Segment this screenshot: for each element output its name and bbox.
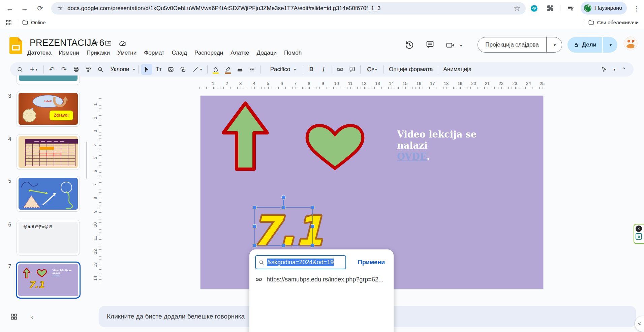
zoom-in-icon[interactable] xyxy=(95,64,106,75)
cloud-saved-icon[interactable] xyxy=(119,39,127,48)
resize-handle-nw[interactable] xyxy=(253,206,256,209)
present-button[interactable]: Пројекција слајдова xyxy=(478,41,546,48)
slide-thumbnail-4[interactable]: 1234567 xyxy=(17,134,80,170)
forward-icon[interactable]: → xyxy=(19,3,30,14)
version-history-icon[interactable] xyxy=(404,40,415,50)
menu-bar: ДатотекаИзмениПрикажиУметниФорматСлајдРа… xyxy=(24,48,305,58)
replace-text-style-dropdown[interactable]: CP▾ xyxy=(363,64,381,75)
slide-thumbnail-6[interactable]: 😎♞♜∈∉π😉♬ xyxy=(17,220,80,255)
filmstrip-scrollbar[interactable] xyxy=(86,142,87,179)
bold-button[interactable]: B xyxy=(306,64,317,75)
add-comment-icon[interactable] xyxy=(346,64,358,75)
slide-hyperlink[interactable]: OVDE xyxy=(397,151,427,162)
up-arrow-shape[interactable] xyxy=(221,100,270,172)
back-icon[interactable]: ← xyxy=(4,3,16,14)
insert-image-icon[interactable] xyxy=(165,64,177,75)
link-search-input[interactable]: &skgodina=2024&od=19 xyxy=(255,255,346,269)
menu-item[interactable]: Датотека xyxy=(24,48,55,58)
laser-pointer-icon[interactable] xyxy=(599,64,610,75)
insert-line-icon[interactable]: ▾ xyxy=(189,64,205,75)
move-folder-icon[interactable] xyxy=(104,39,112,47)
search-tools-icon[interactable] xyxy=(14,64,26,75)
chrome-menu-icon[interactable]: ⋮ xyxy=(631,3,642,14)
text-box-tool[interactable]: Тт xyxy=(153,64,164,75)
grid-view-icon[interactable] xyxy=(10,313,18,320)
redo-icon[interactable]: ↷ xyxy=(58,64,70,75)
paint-format-icon[interactable] xyxy=(83,64,94,75)
border-weight-icon[interactable] xyxy=(234,64,246,75)
menu-item[interactable]: Распореди xyxy=(191,48,227,58)
resize-handle-e[interactable] xyxy=(311,224,314,228)
media-controls-icon[interactable] xyxy=(567,4,575,12)
apply-button[interactable]: Примени xyxy=(358,259,385,266)
reload-icon[interactable]: ⟳ xyxy=(34,3,46,14)
slide-thumbnail-5[interactable] xyxy=(17,176,80,212)
suggested-link-url[interactable]: https://samubps.edu.rs/index.php?grp=62.… xyxy=(267,276,384,283)
url-text[interactable]: docs.google.com/presentation/d/1kQu5v0Oe… xyxy=(67,5,510,12)
site-settings-icon[interactable] xyxy=(57,5,63,12)
animate-button[interactable]: Анимација xyxy=(440,64,474,75)
resize-handle-sw[interactable] xyxy=(253,244,256,247)
menu-item[interactable]: Помоћ xyxy=(280,48,305,58)
extension-badge-icon[interactable] xyxy=(530,4,539,13)
avatar[interactable] xyxy=(623,36,638,52)
menu-item[interactable]: Алатке xyxy=(227,48,253,58)
format-options-button[interactable]: Опције формата xyxy=(386,64,435,75)
bookmark-star-icon[interactable]: ☆ xyxy=(514,5,520,12)
comments-icon[interactable] xyxy=(425,40,435,49)
slides-logo[interactable] xyxy=(9,37,22,55)
resize-handle-ne[interactable] xyxy=(311,206,314,209)
share-options-caret[interactable]: ▾ xyxy=(603,37,617,53)
rotation-handle[interactable] xyxy=(281,195,286,200)
collapse-toolbar-icon[interactable]: ⌃ xyxy=(618,64,630,75)
all-bookmarks-button[interactable]: Сви обележивачи xyxy=(597,20,639,25)
menu-item[interactable]: Формат xyxy=(140,48,168,58)
slide-text-period: . xyxy=(427,151,430,162)
bookmark-folder-online[interactable]: Online xyxy=(31,20,45,25)
link-search-value[interactable]: &skgodina=2024&od=19 xyxy=(267,259,334,266)
resize-handle-n[interactable] xyxy=(282,206,285,209)
collapse-filmstrip-icon[interactable]: ‹ xyxy=(31,313,33,321)
zoom-fit-dropdown[interactable]: Уклопи▾ xyxy=(107,64,136,75)
menu-item[interactable]: Измени xyxy=(55,48,83,58)
menu-item[interactable]: Додаци xyxy=(253,48,280,58)
slide-thumbnail-2-partial[interactable] xyxy=(17,76,80,85)
resize-handle-se[interactable] xyxy=(311,244,314,247)
print-icon[interactable] xyxy=(70,64,82,75)
extension-widget[interactable]: ✕ e xyxy=(634,224,644,244)
extensions-puzzle-icon[interactable] xyxy=(546,4,554,12)
pointer-mode-caret[interactable]: ▾ xyxy=(611,64,617,75)
apps-grid-icon[interactable] xyxy=(5,19,12,26)
heart-shape[interactable] xyxy=(301,122,369,173)
resize-handle-s[interactable] xyxy=(282,244,285,247)
selection-box[interactable] xyxy=(254,207,313,246)
insert-link-icon[interactable] xyxy=(334,64,346,75)
menu-item[interactable]: Слајд xyxy=(168,48,191,58)
collapse-panel-button[interactable]: < xyxy=(635,316,644,332)
menu-item[interactable]: Прикажи xyxy=(83,48,114,58)
border-color-icon[interactable] xyxy=(222,64,234,75)
slide-thumbnail-7-selected[interactable]: Video lekcija se nalazi OVDE. 7.1 xyxy=(16,262,81,299)
extension-paused-pill[interactable]: Паузирано xyxy=(581,2,627,14)
fill-color-icon[interactable] xyxy=(210,64,221,75)
italic-button[interactable]: I xyxy=(318,64,329,75)
present-options-caret[interactable]: ▾ xyxy=(548,42,562,48)
new-slide-button[interactable]: +▾ xyxy=(26,64,41,75)
undo-icon[interactable]: ↶ xyxy=(46,64,58,75)
slide-text-box[interactable]: Video lekcija se nalazi OVDE. xyxy=(397,129,508,162)
select-tool-icon[interactable] xyxy=(141,64,152,75)
menu-item[interactable]: Уметни xyxy=(114,48,140,58)
insert-shape-icon[interactable] xyxy=(177,64,189,75)
meet-camera-icon[interactable] xyxy=(446,40,455,50)
address-bar[interactable]: docs.google.com/presentation/d/1kQu5v0Oe… xyxy=(51,2,526,14)
slide-thumbnail-3[interactable]: 2+2=5! Zdravo! xyxy=(17,91,80,127)
widget-e-icon[interactable]: e xyxy=(636,233,642,240)
link-suggestion-row[interactable]: https://samubps.edu.rs/index.php?grp=62.… xyxy=(255,276,384,283)
resize-handle-w[interactable] xyxy=(253,224,256,228)
widget-close-icon[interactable]: ✕ xyxy=(636,225,642,232)
meet-caret-icon[interactable]: ▾ xyxy=(460,43,462,48)
share-button[interactable]: Дели xyxy=(568,37,602,53)
font-family-dropdown[interactable]: Pacifico▾ xyxy=(263,64,301,75)
star-document-icon[interactable]: ☆ xyxy=(92,39,99,47)
border-dash-icon[interactable] xyxy=(246,64,258,75)
